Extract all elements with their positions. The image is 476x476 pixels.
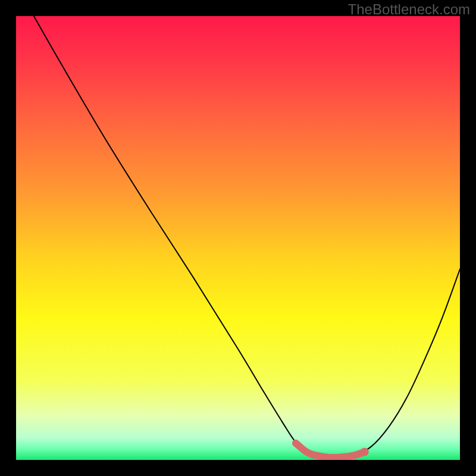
chart-svg — [16, 16, 460, 460]
chart-container: TheBottleneck.com — [0, 0, 476, 476]
plot-area — [16, 16, 460, 460]
svg-rect-0 — [16, 16, 460, 460]
watermark-text: TheBottleneck.com — [348, 1, 470, 18]
highlight-end-dot — [361, 448, 369, 456]
